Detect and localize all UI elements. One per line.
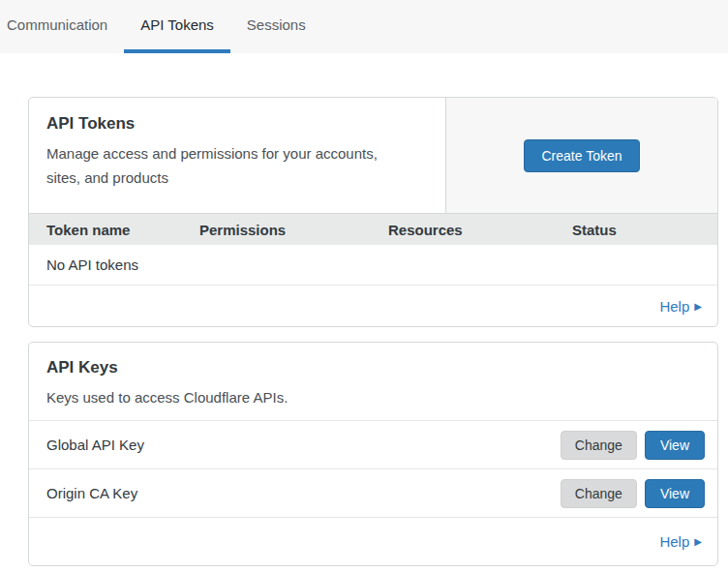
key-name-label: Origin CA Key xyxy=(46,485,137,501)
column-header-status: Status xyxy=(572,222,700,238)
api-tokens-help-link[interactable]: Help ▶ xyxy=(659,298,702,315)
column-header-token-name: Token name xyxy=(46,222,199,238)
tab-api-tokens[interactable]: API Tokens xyxy=(124,0,230,53)
tab-sessions[interactable]: Sessions xyxy=(230,0,322,53)
column-header-resources: Resources xyxy=(388,222,572,238)
api-tokens-card: API Tokens Manage access and permissions… xyxy=(28,97,718,327)
change-origin-ca-key-button[interactable]: Change xyxy=(561,479,637,508)
api-keys-help-row: Help ▶ xyxy=(29,517,717,565)
api-tokens-card-action-panel: Create Token xyxy=(445,98,717,213)
api-keys-card-header: API Keys Keys used to access Cloudflare … xyxy=(29,343,717,420)
api-tokens-title: API Tokens xyxy=(46,114,428,134)
key-row-origin-ca-key: Origin CA Key Change View xyxy=(29,468,717,517)
api-keys-card: API Keys Keys used to access Cloudflare … xyxy=(28,342,718,566)
help-link-label: Help xyxy=(659,298,689,315)
api-tokens-help-row: Help ▶ xyxy=(29,286,717,326)
change-global-api-key-button[interactable]: Change xyxy=(561,431,637,460)
view-global-api-key-button[interactable]: View xyxy=(645,431,705,460)
help-arrow-icon: ▶ xyxy=(694,301,702,312)
key-row-actions: Change View xyxy=(561,431,705,460)
create-token-button[interactable]: Create Token xyxy=(524,139,639,172)
key-row-actions: Change View xyxy=(561,479,705,508)
api-tokens-description: Manage access and permissions for your a… xyxy=(46,142,407,191)
tab-bar: Communication API Tokens Sessions xyxy=(0,0,728,53)
api-keys-title: API Keys xyxy=(46,358,700,377)
column-header-permissions: Permissions xyxy=(199,222,388,238)
key-name-label: Global API Key xyxy=(46,437,144,453)
api-keys-description: Keys used to access Cloudflare APIs. xyxy=(46,386,407,410)
key-row-global-api-key: Global API Key Change View xyxy=(29,420,717,468)
main-content: API Tokens Manage access and permissions… xyxy=(28,97,718,566)
token-table-empty-row: No API tokens xyxy=(29,245,717,286)
api-keys-help-link[interactable]: Help ▶ xyxy=(659,533,702,550)
view-origin-ca-key-button[interactable]: View xyxy=(645,479,705,508)
api-tokens-card-header-text: API Tokens Manage access and permissions… xyxy=(29,98,445,213)
tab-communication[interactable]: Communication xyxy=(0,0,124,53)
empty-tokens-message: No API tokens xyxy=(46,256,138,273)
token-table-header-row: Token name Permissions Resources Status xyxy=(29,213,717,245)
help-link-label: Help xyxy=(659,533,689,550)
help-arrow-icon: ▶ xyxy=(694,536,702,547)
api-tokens-card-header: API Tokens Manage access and permissions… xyxy=(29,98,717,213)
